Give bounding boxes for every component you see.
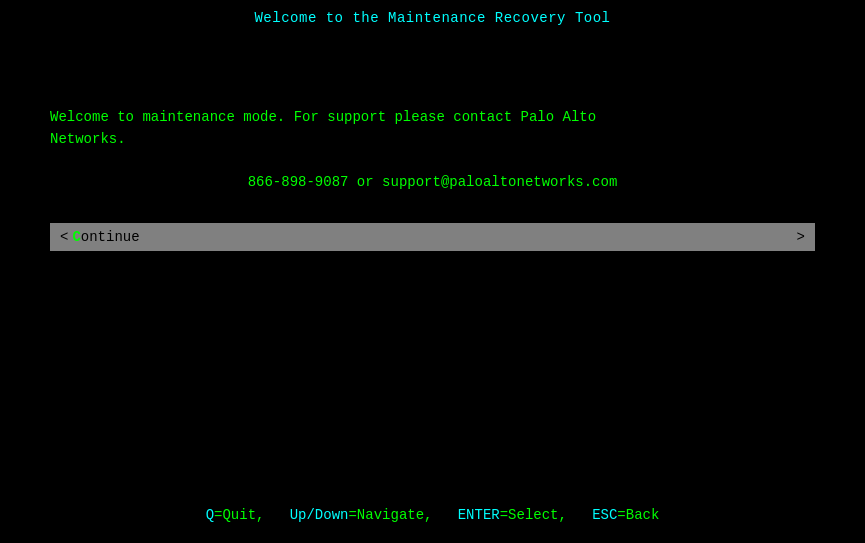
key-q: Q <box>206 507 214 523</box>
welcome-line1: Welcome to maintenance mode. For support… <box>50 106 815 128</box>
btn-label-c: C <box>72 229 80 245</box>
content-area: Welcome to maintenance mode. For support… <box>0 26 865 223</box>
key-q-rest: =Quit, <box>214 507 290 523</box>
welcome-line2: Networks. <box>50 128 815 150</box>
continue-button[interactable]: < Continue > <box>50 223 815 251</box>
key-updown-rest: =Navigate, <box>348 507 457 523</box>
main-screen: Welcome to the Maintenance Recovery Tool… <box>0 0 865 543</box>
key-enter-rest: =Select, <box>500 507 592 523</box>
contact-info: 866-898-9087 or support@paloaltonetworks… <box>50 171 815 193</box>
title-bar: Welcome to the Maintenance Recovery Tool <box>0 0 865 26</box>
bracket-left: < <box>60 229 68 245</box>
key-enter: ENTER <box>458 507 500 523</box>
bracket-right: > <box>797 229 805 245</box>
btn-left: < Continue <box>60 229 140 245</box>
welcome-text: Welcome to maintenance mode. For support… <box>50 106 815 151</box>
key-esc: ESC <box>592 507 617 523</box>
key-esc-rest: =Back <box>617 507 659 523</box>
btn-label-rest: ontinue <box>81 229 140 245</box>
title-text: Welcome to the Maintenance Recovery Tool <box>254 10 610 26</box>
key-updown: Up/Down <box>290 507 349 523</box>
keybindings: Q=Quit, Up/Down=Navigate, ENTER=Select, … <box>0 507 865 523</box>
